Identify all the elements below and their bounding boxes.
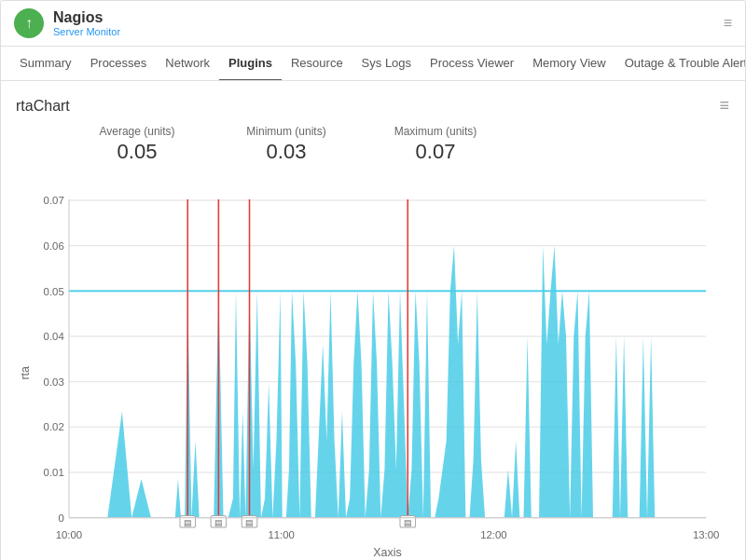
svg-text:Xaxis: Xaxis xyxy=(373,546,401,559)
svg-text:13:00: 13:00 xyxy=(693,529,719,540)
svg-text:0.03: 0.03 xyxy=(44,376,64,388)
svg-text:11:00: 11:00 xyxy=(268,529,294,540)
nav-item-processes[interactable]: Processes xyxy=(81,47,157,81)
stat-minimum-value: 0.03 xyxy=(212,140,361,164)
main-content: rtaChart ≡ Average (units) 0.05 Minimum … xyxy=(1,81,745,560)
chart-menu-icon[interactable]: ≡ xyxy=(719,96,730,116)
svg-text:0.06: 0.06 xyxy=(44,240,64,252)
nav-item-outage[interactable]: Outage & Trouble Alerts xyxy=(615,47,745,81)
header: ↑ Nagios Server Monitor ≡ xyxy=(1,1,745,47)
svg-text:▤: ▤ xyxy=(184,518,192,527)
stat-maximum-value: 0.07 xyxy=(361,140,510,164)
nav-item-summary[interactable]: Summary xyxy=(10,47,81,81)
svg-text:0.02: 0.02 xyxy=(44,421,64,432)
nav-item-processviewer[interactable]: Process Viewer xyxy=(421,47,523,81)
app-title: Nagios xyxy=(53,9,724,26)
stat-minimum-label: Minimum (units) xyxy=(212,125,361,138)
logo: ↑ xyxy=(14,8,44,38)
stat-average-value: 0.05 xyxy=(62,140,212,164)
app-container: ↑ Nagios Server Monitor ≡ Summary Proces… xyxy=(0,0,746,560)
svg-text:10:00: 10:00 xyxy=(56,529,82,540)
chart-container: rta 0 0.01 0.02 0.03 0.04 xyxy=(16,168,730,559)
svg-text:0.07: 0.07 xyxy=(44,195,64,206)
nav-item-network[interactable]: Network xyxy=(156,47,219,81)
stat-average-label: Average (units) xyxy=(62,125,212,138)
nav-item-plugins[interactable]: Plugins xyxy=(219,47,282,81)
nav-item-resource[interactable]: Resource xyxy=(282,47,352,81)
chart-header: rtaChart ≡ xyxy=(16,96,730,116)
stats-row: Average (units) 0.05 Minimum (units) 0.0… xyxy=(16,125,730,164)
nav-item-memoryview[interactable]: Memory View xyxy=(523,47,615,81)
nav: Summary Processes Network Plugins Resour… xyxy=(1,47,745,81)
y-axis-label: rta xyxy=(19,366,32,380)
header-menu-icon[interactable]: ≡ xyxy=(724,15,732,32)
chart-title: rtaChart xyxy=(16,98,70,115)
svg-text:0: 0 xyxy=(58,512,63,524)
svg-text:▤: ▤ xyxy=(214,518,223,527)
svg-text:▤: ▤ xyxy=(245,518,254,527)
stat-maximum: Maximum (units) 0.07 xyxy=(361,125,510,164)
svg-text:12:00: 12:00 xyxy=(480,529,506,540)
nav-item-syslogs[interactable]: Sys Logs xyxy=(352,47,421,81)
svg-text:▤: ▤ xyxy=(404,518,412,527)
rta-chart: rta 0 0.01 0.02 0.03 0.04 xyxy=(16,168,730,559)
logo-icon: ↑ xyxy=(25,16,33,31)
stat-average: Average (units) 0.05 xyxy=(62,125,212,164)
stat-maximum-label: Maximum (units) xyxy=(361,125,510,138)
svg-text:0.05: 0.05 xyxy=(44,286,64,297)
app-title-group: Nagios Server Monitor xyxy=(53,9,724,37)
svg-text:0.01: 0.01 xyxy=(44,467,64,478)
svg-text:0.04: 0.04 xyxy=(44,331,64,342)
stat-minimum: Minimum (units) 0.03 xyxy=(212,125,361,164)
app-subtitle: Server Monitor xyxy=(53,26,724,37)
